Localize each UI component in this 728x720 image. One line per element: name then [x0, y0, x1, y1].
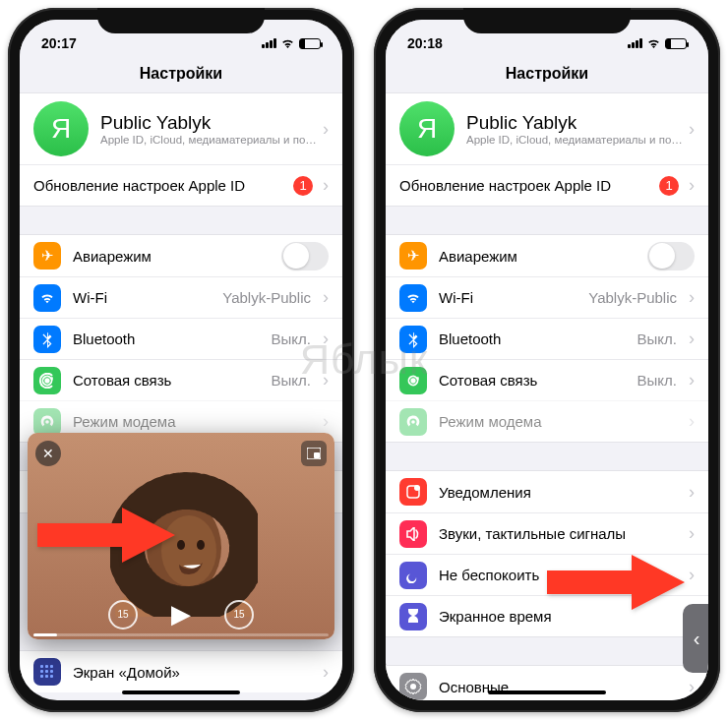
airplane-icon: ✈: [33, 242, 61, 270]
homescreen-row[interactable]: Экран «Домой» ›: [20, 651, 342, 692]
cellular-row[interactable]: Сотовая связь Выкл. ›: [386, 359, 708, 400]
profile-sub: Apple ID, iCloud, медиаматериалы и покуп…: [100, 134, 319, 146]
airplane-toggle[interactable]: [647, 242, 695, 270]
sounds-icon: [399, 520, 427, 548]
chevron-right-icon: ›: [323, 370, 329, 390]
chevron-right-icon: ›: [689, 523, 695, 544]
cellular-icon: [399, 367, 427, 394]
dnd-icon: [399, 562, 427, 589]
home-indicator[interactable]: [122, 690, 240, 694]
battery-icon: [665, 38, 687, 49]
chevron-right-icon: ›: [323, 662, 329, 683]
svg-rect-19: [314, 452, 320, 458]
bluetooth-icon: [33, 326, 61, 353]
wifi-settings-icon: [399, 284, 427, 312]
notifications-icon: [399, 478, 427, 506]
screentime-icon: [399, 603, 427, 630]
bluetooth-icon: [399, 326, 427, 353]
wifi-row[interactable]: Wi-Fi Yablyk-Public ›: [386, 276, 708, 318]
cellular-row[interactable]: Сотовая связь Выкл. ›: [20, 359, 342, 400]
appleid-update-row[interactable]: Обновление настроек Apple ID 1 ›: [386, 164, 708, 206]
general-icon: [399, 673, 427, 700]
home-indicator[interactable]: [488, 690, 606, 694]
status-time: 20:17: [41, 35, 77, 51]
svg-rect-10: [45, 675, 48, 678]
wifi-row[interactable]: Wi-Fi Yablyk-Public ›: [20, 276, 342, 318]
chevron-right-icon: ›: [689, 370, 695, 390]
pip-scrubber[interactable]: [33, 633, 329, 636]
airplane-row[interactable]: ✈ Авиарежим: [20, 235, 342, 276]
homescreen-icon: [33, 658, 61, 686]
chevron-right-icon: ›: [323, 329, 329, 349]
page-title: Настройки: [386, 59, 708, 92]
wifi-settings-icon: [33, 284, 61, 312]
chevron-right-icon: ›: [689, 482, 695, 503]
chevron-right-icon: ›: [689, 175, 695, 196]
chevron-right-icon: ›: [689, 287, 695, 308]
svg-rect-3: [40, 665, 43, 668]
play-button[interactable]: ▶: [171, 599, 191, 630]
chevron-right-icon: ›: [323, 287, 329, 308]
page-title: Настройки: [20, 59, 342, 92]
sounds-row[interactable]: Звуки, тактильные сигналы ›: [386, 512, 708, 554]
profile-sub: Apple ID, iCloud, медиаматериалы и покуп…: [466, 134, 685, 146]
svg-rect-5: [50, 665, 53, 668]
svg-rect-9: [40, 675, 43, 678]
profile-name: Public Yablyk: [466, 112, 685, 134]
general-row[interactable]: Основные ›: [386, 666, 708, 700]
pip-close-button[interactable]: ✕: [35, 441, 61, 466]
notifications-row[interactable]: Уведомления ›: [386, 471, 708, 512]
chevron-right-icon: ›: [689, 119, 695, 140]
pip-controls: 15 ▶ 15: [28, 599, 334, 630]
pip-edge-tab[interactable]: ‹: [683, 604, 708, 673]
notch: [97, 8, 265, 33]
avatar: Я: [33, 101, 89, 156]
annotation-arrow: [37, 508, 175, 563]
airplane-toggle[interactable]: [281, 242, 329, 270]
chevron-right-icon: ›: [323, 175, 329, 196]
svg-rect-6: [40, 670, 43, 673]
profile-row[interactable]: Я Public Yablyk Apple ID, iCloud, медиам…: [20, 93, 342, 164]
battery-icon: [299, 38, 321, 49]
phone-right: 20:18 Настройки Я Public Yablyk Apple ID…: [374, 8, 720, 712]
svg-rect-7: [45, 670, 48, 673]
svg-point-17: [197, 540, 205, 550]
airplane-row[interactable]: ✈ Авиарежим: [386, 235, 708, 276]
status-time: 20:18: [407, 35, 443, 51]
bluetooth-row[interactable]: Bluetooth Выкл. ›: [386, 318, 708, 359]
profile-name: Public Yablyk: [100, 112, 319, 134]
notch: [463, 8, 631, 33]
svg-rect-11: [50, 675, 53, 678]
cellular-icon: [33, 367, 61, 394]
annotation-arrow: [547, 555, 685, 610]
chevron-right-icon: ›: [323, 411, 329, 432]
status-icons: [628, 37, 687, 49]
chevron-right-icon: ›: [689, 565, 695, 585]
airplane-icon: ✈: [399, 242, 427, 270]
avatar: Я: [399, 101, 455, 156]
svg-point-16: [177, 540, 185, 550]
chevron-right-icon: ›: [689, 411, 695, 432]
pip-expand-button[interactable]: [301, 441, 327, 466]
chevron-right-icon: ›: [689, 329, 695, 349]
skip-forward-button[interactable]: 15: [224, 600, 254, 630]
phone-left: 20:17 Настройки Я Public Yablyk Apple ID…: [8, 8, 354, 712]
svg-point-22: [410, 684, 416, 690]
update-badge: 1: [293, 176, 313, 196]
wifi-icon: [646, 37, 661, 49]
bluetooth-row[interactable]: Bluetooth Выкл. ›: [20, 318, 342, 359]
update-badge: 1: [659, 176, 679, 196]
chevron-right-icon: ›: [323, 119, 329, 140]
skip-back-button[interactable]: 15: [108, 600, 138, 630]
svg-rect-4: [45, 665, 48, 668]
svg-point-21: [414, 485, 420, 491]
svg-rect-8: [50, 670, 53, 673]
profile-row[interactable]: Я Public Yablyk Apple ID, iCloud, медиам…: [386, 93, 708, 164]
appleid-update-row[interactable]: Обновление настроек Apple ID 1 ›: [20, 164, 342, 206]
cellular-signal-icon: [628, 38, 642, 48]
hotspot-icon: [399, 408, 427, 436]
chevron-right-icon: ›: [689, 677, 695, 697]
hotspot-icon: [33, 408, 61, 436]
status-icons: [262, 37, 321, 49]
cellular-signal-icon: [262, 38, 276, 48]
